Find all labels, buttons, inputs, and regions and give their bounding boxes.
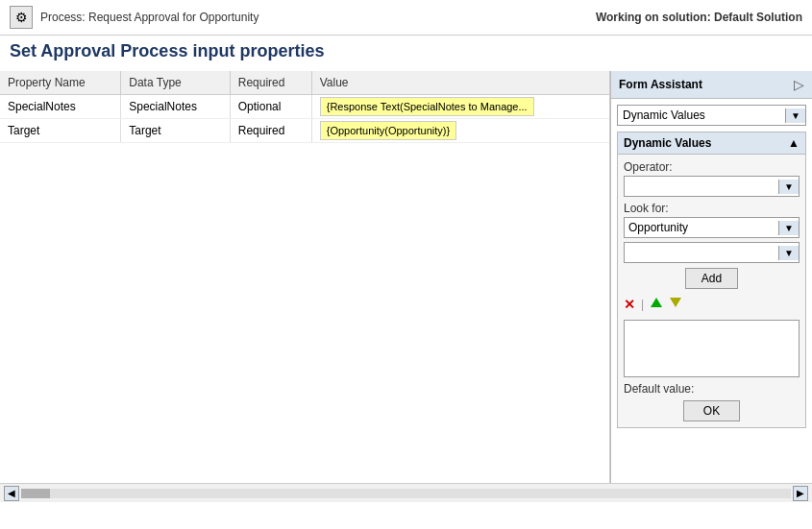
default-value-label: Default value: [624,382,800,396]
bottom-scroll-bar: ◀ ▶ [0,483,812,502]
fa-dropdown-selected: Dynamic Values [618,106,785,125]
svg-marker-1 [670,298,681,307]
cell-property-name: Target [0,119,121,143]
value-chip[interactable]: {Response Text(SpecialNotes to Manage... [320,97,534,116]
page-title: Set Approval Process input properties [10,41,802,61]
collapse-icon[interactable]: ▲ [788,136,800,150]
scroll-track [21,489,791,498]
working-on-label: Working on solution: Default Solution [596,11,802,24]
cell-value[interactable]: {Opportunity(Opportunity)} [311,119,609,143]
lookfor-sub-input-row: ▼ [624,242,800,263]
top-bar-left: ⚙ Process: Request Approval for Opportun… [10,6,258,29]
lookfor-dropdown-btn[interactable]: ▼ [778,221,799,235]
scroll-right-button[interactable]: ▶ [793,486,808,501]
svg-marker-0 [651,298,662,307]
divider-icon: | [641,298,644,311]
form-assistant-title: Form Assistant [619,78,702,91]
content-area: Property Name Data Type Required Value S… [0,71,610,483]
form-assistant-header: Form Assistant ▷ [611,71,812,99]
operator-input-row: ▼ [624,176,800,197]
col-header-required: Required [230,71,311,95]
add-button[interactable]: Add [685,268,738,289]
lookfor-sub-input[interactable] [625,243,778,262]
table-header-row: Property Name Data Type Required Value [0,71,609,95]
operator-label: Operator: [624,160,800,174]
table-row: SpecialNotesSpecialNotesOptional{Respons… [0,95,609,119]
action-icons-row: ✕ | [624,294,800,315]
cell-data-type: Target [121,119,230,143]
dynamic-values-section: Dynamic Values ▲ Operator: ▼ Look fo [617,132,806,428]
ok-button-wrapper: OK [624,400,800,421]
move-down-icon[interactable] [669,296,682,313]
dynamic-values-content: Operator: ▼ Look for: ▼ [618,155,805,427]
cell-required: Required [230,119,311,143]
col-header-data-type: Data Type [121,71,230,95]
dynamic-values-label: Dynamic Values [624,136,711,150]
fa-dropdown-chevron[interactable]: ▼ [785,108,805,123]
main-layout: Property Name Data Type Required Value S… [0,71,812,483]
cell-data-type: SpecialNotes [121,95,230,119]
lookfor-input-row: ▼ [624,217,800,238]
expand-icon[interactable]: ▷ [794,77,804,92]
process-title: Process: Request Approval for Opportunit… [40,11,258,24]
dynamic-values-header: Dynamic Values ▲ [618,132,805,155]
operator-field: Operator: ▼ [624,160,800,197]
values-textarea[interactable] [624,320,800,377]
lookfor-label: Look for: [624,202,800,215]
lookfor-sub-dropdown-btn[interactable]: ▼ [778,246,799,260]
remove-icon[interactable]: ✕ [624,297,635,312]
form-assistant-body: Dynamic Values ▼ Dynamic Values ▲ Operat… [611,99,812,434]
operator-dropdown-btn[interactable]: ▼ [778,180,799,194]
page-title-bar: Set Approval Process input properties [0,36,812,71]
scroll-left-button[interactable]: ◀ [4,486,19,501]
lookfor-field: Look for: ▼ ▼ [624,202,800,263]
fa-main-dropdown[interactable]: Dynamic Values ▼ [617,105,806,126]
cell-value[interactable]: {Response Text(SpecialNotes to Manage... [311,95,609,119]
top-bar: ⚙ Process: Request Approval for Opportun… [0,0,812,36]
form-assistant-panel: Form Assistant ▷ Dynamic Values ▼ Dynami… [610,71,812,483]
cell-property-name: SpecialNotes [0,95,121,119]
gear-icon: ⚙ [15,10,28,25]
process-icon: ⚙ [10,6,33,29]
cell-required: Optional [230,95,311,119]
lookfor-input[interactable] [625,218,778,237]
scroll-thumb [21,489,50,498]
col-header-value: Value [311,71,609,95]
move-up-icon[interactable] [650,296,663,313]
table-row: TargetTargetRequired{Opportunity(Opportu… [0,119,609,143]
operator-input[interactable] [625,177,778,196]
property-table: Property Name Data Type Required Value S… [0,71,609,143]
col-header-property-name: Property Name [0,71,121,95]
value-chip[interactable]: {Opportunity(Opportunity)} [320,121,456,140]
ok-button[interactable]: OK [683,400,740,421]
add-button-wrapper: Add [624,268,800,289]
